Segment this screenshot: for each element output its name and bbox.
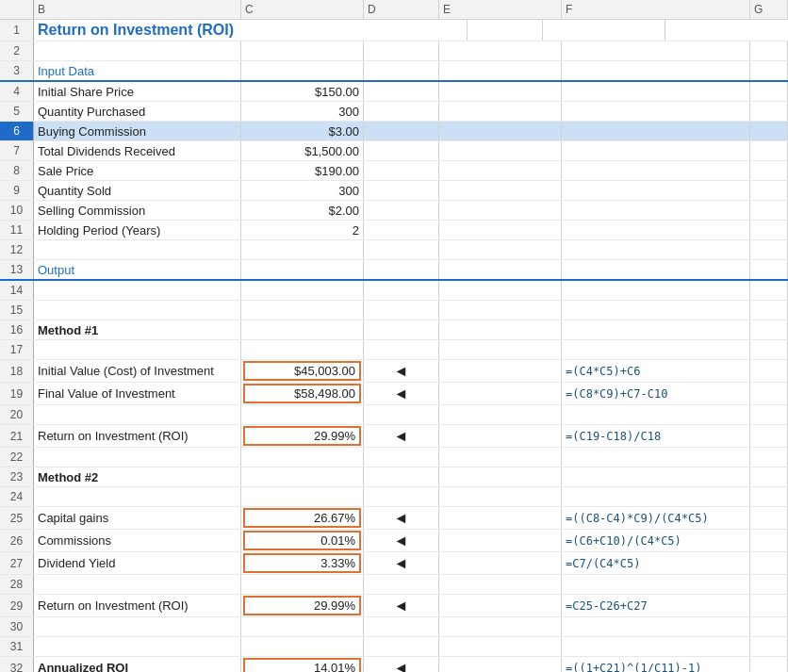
- cell-d6: [364, 122, 439, 140]
- row-num-20: 20: [0, 405, 34, 424]
- row-num-14: 14: [0, 281, 34, 300]
- cell-e18: [439, 360, 562, 382]
- cell-g17: [750, 340, 788, 359]
- cell-g21: [750, 425, 788, 447]
- cell-c4: $150.00: [241, 82, 364, 101]
- value-box-c18: $45,003.00: [243, 361, 361, 381]
- row-num-3: 3: [0, 61, 34, 80]
- cell-d21: ◄: [364, 425, 439, 447]
- cell-g10: [750, 201, 788, 220]
- cell-f19: =(C8*C9)+C7-C10: [562, 383, 750, 404]
- cell-b15: [34, 301, 241, 320]
- cell-c25: 26.67%: [241, 507, 364, 529]
- col-header-c: C: [241, 0, 364, 19]
- cell-b29: Return on Investment (ROI): [34, 595, 241, 616]
- cell-d9: [364, 181, 439, 200]
- cell-b7: Total Dividends Received: [34, 141, 241, 160]
- row-num-11: 11: [0, 221, 34, 239]
- row-22: 22: [0, 448, 788, 467]
- arrow-26: ◄: [394, 533, 409, 549]
- arrow-29: ◄: [394, 598, 409, 615]
- cell-b27: Dividend Yield: [34, 552, 241, 574]
- cell-f18: =(C4*C5)+C6: [562, 360, 750, 382]
- cell-e32: [439, 657, 562, 672]
- value-box-c19: $58,498.00: [243, 384, 361, 403]
- row-num-17: 17: [0, 340, 34, 359]
- row-3: 3 Input Data: [0, 61, 788, 82]
- cell-d3: [364, 61, 439, 80]
- cell-f29: =C25-C26+C27: [562, 595, 750, 616]
- cell-d27: ◄: [364, 552, 439, 574]
- cell-e6: [439, 122, 562, 140]
- cell-d10: [364, 201, 439, 220]
- cell-b3: Input Data: [34, 61, 241, 80]
- cell-f11: [562, 221, 750, 239]
- cell-g28: [750, 575, 788, 594]
- cell-e21: [439, 425, 562, 447]
- row-num-24: 24: [0, 487, 34, 506]
- row-32: 32 Annualized ROI 14.01% ◄ =((1+C21)^(1/…: [0, 657, 788, 672]
- cell-d15: [364, 301, 439, 320]
- col-header-b: B: [34, 0, 241, 19]
- cell-d5: [364, 102, 439, 121]
- row-num-22: 22: [0, 448, 34, 467]
- cell-g29: [750, 595, 788, 616]
- cell-g4: [750, 82, 788, 101]
- cell-d17: [364, 340, 439, 359]
- arrow-18: ◄: [394, 363, 409, 380]
- row-9: 9 Quantity Sold 300: [0, 181, 788, 201]
- row-num-29: 29: [0, 595, 34, 616]
- row-30: 30: [0, 617, 788, 637]
- cell-g24: [750, 487, 788, 506]
- cell-c3: [241, 61, 364, 80]
- cell-f10: [562, 201, 750, 220]
- cell-g20: [750, 405, 788, 424]
- cell-b1: Return on Investment (ROI): [34, 20, 468, 41]
- row-num-15: 15: [0, 301, 34, 320]
- cell-e31: [439, 637, 562, 656]
- cell-f28: [562, 575, 750, 594]
- value-box-c21: 29.99%: [243, 426, 361, 446]
- cell-g7: [750, 141, 788, 160]
- cell-e7: [439, 141, 562, 160]
- cell-c12: [241, 240, 364, 259]
- cell-g22: [750, 448, 788, 467]
- cell-d26: ◄: [364, 530, 439, 551]
- cell-d19: ◄: [364, 383, 439, 404]
- cell-b12: [34, 240, 241, 259]
- cell-e29: [439, 595, 562, 616]
- cell-g13: [750, 260, 788, 279]
- cell-e1: [543, 20, 665, 41]
- cell-b19: Final Value of Investment: [34, 383, 241, 404]
- row-4: 4 Initial Share Price $150.00: [0, 82, 788, 102]
- cell-e28: [439, 575, 562, 594]
- value-box-c25: 26.67%: [243, 508, 361, 528]
- cell-b32: Annualized ROI: [34, 657, 241, 672]
- row-28: 28: [0, 575, 788, 595]
- cell-f23: [562, 467, 750, 486]
- row-num-27: 27: [0, 552, 34, 574]
- cell-e25: [439, 507, 562, 529]
- cell-c7: $1,500.00: [241, 141, 364, 160]
- cell-e26: [439, 530, 562, 551]
- row-num-8: 8: [0, 161, 34, 180]
- cell-e19: [439, 383, 562, 404]
- cell-b17: [34, 340, 241, 359]
- cell-g8: [750, 161, 788, 180]
- cell-d7: [364, 141, 439, 160]
- cell-e4: [439, 82, 562, 101]
- cell-e2: [439, 41, 562, 60]
- row-num-19: 19: [0, 383, 34, 404]
- cell-d29: ◄: [364, 595, 439, 616]
- row-num-30: 30: [0, 617, 34, 636]
- cell-g2: [750, 41, 788, 60]
- arrow-21: ◄: [394, 428, 409, 445]
- row-num-28: 28: [0, 575, 34, 594]
- cell-f16: [562, 320, 750, 339]
- cell-c29: 29.99%: [241, 595, 364, 616]
- row-num-18: 18: [0, 360, 34, 382]
- cell-g32: [750, 657, 788, 672]
- row-17: 17: [0, 340, 788, 360]
- cell-b28: [34, 575, 241, 594]
- cell-e24: [439, 487, 562, 506]
